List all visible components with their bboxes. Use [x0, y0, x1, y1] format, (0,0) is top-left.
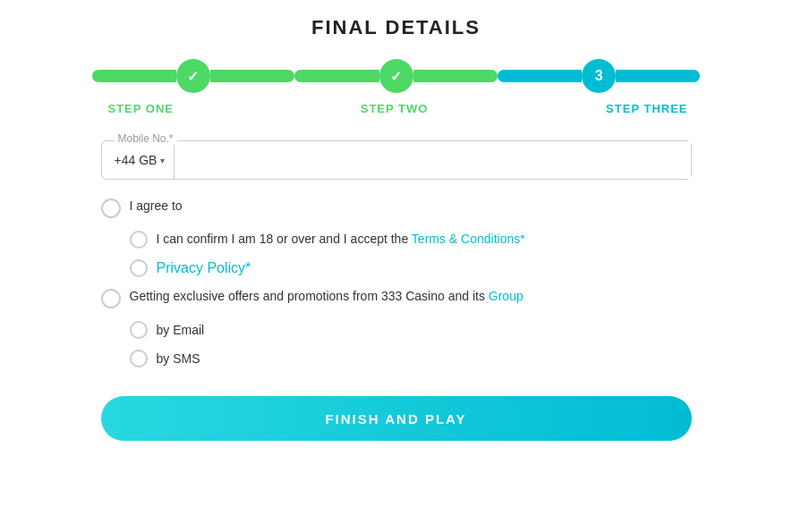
- by-sms-label: by SMS: [157, 351, 200, 366]
- step2-label: STEP TWO: [361, 102, 429, 115]
- agree-radio[interactable]: [101, 198, 121, 218]
- mobile-field-section: Mobile No.* +44 GB ▾: [101, 140, 692, 180]
- privacy-row: Privacy Policy*: [130, 259, 692, 277]
- finish-play-button[interactable]: FINISH AND PLAY: [101, 396, 692, 441]
- agree-row: I agree to: [101, 198, 692, 218]
- offers-radio[interactable]: [101, 289, 121, 308]
- step3-bar-left: [498, 70, 582, 82]
- step2-circle: ✓: [379, 59, 413, 93]
- offers-row: Getting exclusive offers and promotions …: [101, 288, 692, 308]
- step2-bar-left: [294, 70, 379, 82]
- mobile-field-wrapper: Mobile No.* +44 GB ▾: [101, 140, 692, 180]
- step3-circle: 3: [582, 59, 616, 93]
- step1-bar-left: [92, 70, 176, 82]
- step3-label: STEP THREE: [606, 102, 687, 115]
- agree-label: I agree to: [130, 198, 183, 215]
- offers-text: Getting exclusive offers and promotions …: [130, 288, 524, 306]
- country-selector[interactable]: +44 GB ▾: [102, 141, 175, 179]
- step2-bar-right: [413, 70, 498, 82]
- chevron-down-icon: ▾: [160, 156, 165, 165]
- step1-label: STEP ONE: [108, 102, 175, 115]
- by-email-label: by Email: [157, 323, 205, 337]
- step3-number: 3: [595, 68, 603, 84]
- steps-labels: STEP ONE STEP TWO STEP THREE: [92, 102, 701, 115]
- confirm-age-radio[interactable]: [130, 231, 148, 249]
- step1-check-icon: ✓: [187, 68, 199, 85]
- step1-circle: ✓: [176, 59, 210, 93]
- agreement-section: I agree to I can confirm I am 18 or over…: [101, 198, 692, 378]
- contact-pref-group: by Email by SMS: [130, 321, 692, 367]
- confirm-age-text: I can confirm I am 18 or over and I acce…: [157, 231, 525, 249]
- steps-indicator: ✓ ✓ 3: [92, 59, 701, 93]
- confirm-age-row: I can confirm I am 18 or over and I acce…: [130, 231, 692, 249]
- mobile-input[interactable]: [175, 141, 690, 179]
- step2-check-icon: ✓: [390, 68, 402, 85]
- indent-group: I can confirm I am 18 or over and I acce…: [130, 231, 692, 277]
- privacy-radio[interactable]: [130, 259, 148, 277]
- step3-bar-right: [616, 70, 700, 82]
- step1-bar-right: [210, 70, 294, 82]
- by-email-radio[interactable]: [130, 321, 148, 339]
- mobile-field-label: Mobile No.*: [115, 132, 177, 145]
- group-link[interactable]: Group: [489, 289, 524, 303]
- by-email-row: by Email: [130, 321, 692, 339]
- country-code-text: +44 GB: [115, 153, 158, 167]
- page-title: FINAL DETAILS: [311, 16, 481, 39]
- privacy-link[interactable]: Privacy Policy*: [157, 260, 251, 276]
- by-sms-row: by SMS: [130, 350, 692, 367]
- by-sms-radio[interactable]: [130, 350, 148, 367]
- terms-link[interactable]: Terms & Conditions*: [412, 232, 525, 246]
